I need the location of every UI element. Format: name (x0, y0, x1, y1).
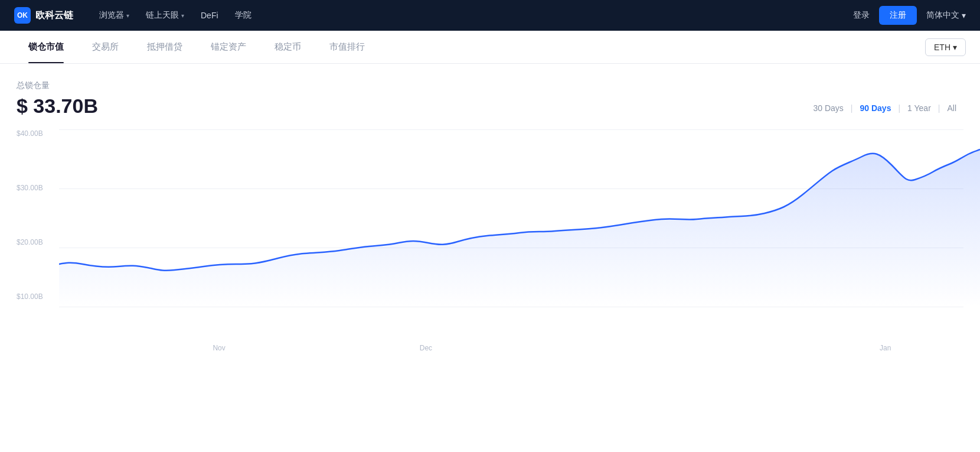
tvl-label: 总锁仓量 (17, 80, 963, 91)
logo-text: 欧科云链 (35, 9, 73, 22)
chevron-down-icon: ▾ (953, 43, 957, 52)
period-1-year[interactable]: 1 Year (900, 101, 938, 115)
y-label-30: $30.00B (17, 184, 59, 192)
currency-selector[interactable]: ETH ▾ (925, 38, 966, 56)
language-selector[interactable]: 简体中文 ▾ (926, 10, 966, 21)
logo-icon: OK (14, 7, 31, 24)
grid-line-bottom (59, 307, 963, 307)
period-30-days[interactable]: 30 Days (806, 101, 851, 115)
period-all[interactable]: All (940, 101, 963, 115)
content: 总锁仓量 $ 33.70B 30 Days | 90 Days | 1 Year… (0, 64, 980, 360)
tabs: 锁仓市值 交易所 抵押借贷 锚定资产 稳定币 市值排行 (14, 31, 925, 63)
x-label-jan: Jan (880, 344, 891, 352)
chevron-down-icon: ▾ (126, 12, 129, 19)
x-label-nov: Nov (213, 344, 225, 352)
nav-item-academy[interactable]: 学院 (228, 6, 259, 24)
nav-item-defi[interactable]: DeFi (194, 7, 226, 24)
period-buttons: 30 Days | 90 Days | 1 Year | All (806, 101, 964, 115)
period-90-days[interactable]: 90 Days (853, 101, 899, 115)
tab-lending[interactable]: 抵押借贷 (133, 31, 197, 63)
logo[interactable]: OK 欧科云链 (14, 7, 73, 24)
x-label-dec: Dec (420, 344, 432, 352)
y-label-10: $10.00B (17, 292, 59, 301)
tab-tvl[interactable]: 锁仓市值 (14, 31, 78, 63)
tab-exchange[interactable]: 交易所 (78, 31, 133, 63)
tab-market-cap[interactable]: 市值排行 (315, 31, 379, 63)
x-axis: Nov Dec Jan (59, 339, 963, 360)
y-axis: $40.00B $30.00B $20.00B $10.00B (17, 129, 59, 307)
nav-item-tianyan[interactable]: 链上天眼 ▾ (139, 6, 191, 24)
nav-right: 登录 注册 简体中文 ▾ (853, 6, 966, 25)
y-label-20: $20.00B (17, 238, 59, 246)
nav-items: 浏览器 ▾ 链上天眼 ▾ DeFi 学院 (92, 6, 834, 24)
y-label-40: $40.00B (17, 129, 59, 138)
login-button[interactable]: 登录 (853, 10, 870, 21)
register-button[interactable]: 注册 (879, 6, 917, 25)
chart-area: 30 Days | 90 Days | 1 Year | All $40.00B… (17, 129, 963, 360)
tabbar: 锁仓市值 交易所 抵押借贷 锚定资产 稳定币 市值排行 ETH ▾ (0, 31, 980, 64)
tab-anchored[interactable]: 锚定资产 (197, 31, 260, 63)
navbar: OK 欧科云链 浏览器 ▾ 链上天眼 ▾ DeFi 学院 登录 注册 简体中文 … (0, 0, 980, 31)
tab-stablecoin[interactable]: 稳定币 (260, 31, 315, 63)
nav-item-browser[interactable]: 浏览器 ▾ (92, 6, 136, 24)
chevron-down-icon: ▾ (181, 12, 184, 19)
chart-svg (59, 129, 980, 307)
chevron-down-icon: ▾ (962, 11, 966, 20)
